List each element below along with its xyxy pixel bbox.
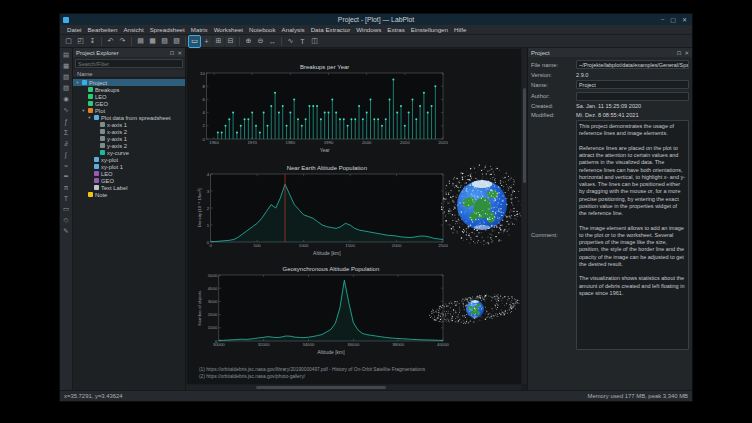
zoom-select-mode-button[interactable]: ⊞ xyxy=(213,36,224,47)
zoom-in-button[interactable]: ⊕ xyxy=(243,36,254,47)
tree-item-geo[interactable]: GEO xyxy=(73,177,185,184)
tree-item-leo[interactable]: LEO xyxy=(73,93,185,100)
prop-value-file-name[interactable]: ~/Projekte/labplot/data/examples/General… xyxy=(576,60,689,69)
menu-worksheet[interactable]: Worksheet xyxy=(211,26,246,33)
smoothing-tool-button[interactable]: ≃ xyxy=(61,171,72,181)
search-input[interactable] xyxy=(75,59,183,68)
open-project-button[interactable]: ◰ xyxy=(75,36,86,47)
tree-item-text-label[interactable]: Text Label xyxy=(73,184,185,191)
maximize-icon[interactable]: ▢ xyxy=(670,16,676,23)
new-worksheet-button[interactable]: ▧ xyxy=(159,36,170,47)
tree-item-y-axis-1[interactable]: y-axis 1 xyxy=(73,135,185,142)
add-text-label-button[interactable]: T xyxy=(297,36,308,47)
vertical-scroll-thumb[interactable] xyxy=(523,88,526,183)
undo-button[interactable]: ↶ xyxy=(105,36,116,47)
tree-item-plot-data-from-spreadsheet[interactable]: ▾Plot data from spreadsheet xyxy=(73,114,185,121)
svg-text:36000: 36000 xyxy=(347,342,360,347)
new-spreadsheet-button[interactable]: ▤ xyxy=(135,36,146,47)
redo-button[interactable]: ↷ xyxy=(117,36,128,47)
menu-hilfe[interactable]: Hilfe xyxy=(451,26,469,33)
tree-item-leo[interactable]: LEO xyxy=(73,170,185,177)
worksheet-canvas[interactable]: 19601970198019902000201020200246810Break… xyxy=(187,49,521,384)
statistics-tool-button[interactable]: Σ xyxy=(61,127,72,137)
close-icon[interactable]: ✕ xyxy=(682,16,687,23)
matrix-tool-button[interactable]: ▦ xyxy=(61,61,72,71)
tree-item-x-axis-2[interactable]: x-axis 2 xyxy=(73,128,185,135)
fit-tool-button[interactable]: π xyxy=(61,182,72,192)
tree-item-note[interactable]: Note xyxy=(73,191,185,198)
expander-icon[interactable]: ▾ xyxy=(75,79,80,86)
memory-usage-text: Memory used 177 MB, peak 3,340 MB xyxy=(587,393,688,399)
float-dock-icon[interactable]: ⊡ xyxy=(170,50,175,56)
new-notebook-button[interactable]: ▨ xyxy=(171,36,182,47)
properties-dock-title: Project xyxy=(531,50,550,56)
select-mode-button[interactable]: ▭ xyxy=(189,36,200,47)
menu-spreadsheet[interactable]: Spreadsheet xyxy=(147,26,188,33)
shape-tool-button[interactable]: ◇ xyxy=(61,215,72,225)
text-label-tool-button[interactable]: T xyxy=(61,193,72,203)
tree-column-header[interactable]: Name xyxy=(73,70,185,78)
prop-value-name[interactable]: Project xyxy=(576,80,689,89)
menu-matrix[interactable]: Matrix xyxy=(188,26,211,33)
prop-value-author[interactable] xyxy=(576,92,689,101)
curve-tool-button[interactable]: ∿ xyxy=(61,105,72,115)
tree-item-x-axis-1[interactable]: x-axis 1 xyxy=(73,121,185,128)
tree-item-geo[interactable]: GEO xyxy=(73,100,185,107)
near-earth-altitude-chart[interactable]: 0500100015002000250001234Near Earth Alti… xyxy=(197,162,449,257)
worksheet-tool-button[interactable]: ▧ xyxy=(61,72,72,82)
leo-debris-image[interactable] xyxy=(441,161,521,249)
properties-dock-header[interactable]: Project ⊡ ✕ xyxy=(528,48,692,57)
menu-datei[interactable]: Datei xyxy=(64,26,84,33)
plot-tool-button[interactable]: ◉ xyxy=(61,94,72,104)
tree-item-xy-plot-1[interactable]: xy-plot 1 xyxy=(73,163,185,170)
image-tool-button[interactable]: ▭ xyxy=(61,204,72,214)
edit-tool-button[interactable]: ✎ xyxy=(61,226,72,236)
menu-notebook[interactable]: Notebook xyxy=(246,26,279,33)
menu-einstellungen[interactable]: Einstellungen xyxy=(408,26,451,33)
notebook-tool-button[interactable]: ▨ xyxy=(61,83,72,93)
zoom-out-button[interactable]: ⊖ xyxy=(255,36,266,47)
integration-tool-button[interactable]: ∫ xyxy=(61,149,72,159)
crosshair-mode-button[interactable]: + xyxy=(201,36,212,47)
horizontal-scroll-thumb[interactable] xyxy=(256,386,386,389)
worksheet-horizontal-scrollbar[interactable] xyxy=(186,385,521,390)
save-project-button[interactable]: ↧ xyxy=(87,36,98,47)
tree-item-project[interactable]: ▾Project xyxy=(73,79,185,86)
project-explorer-header[interactable]: Project Explorer ⊡ ✕ xyxy=(73,48,185,57)
tree-item-xy-plot[interactable]: xy-plot xyxy=(73,156,185,163)
expander-icon[interactable]: ▾ xyxy=(81,107,86,114)
tree-item-xy-curve[interactable]: xy-curve xyxy=(73,149,185,156)
tree-item-plot[interactable]: ▾Plot xyxy=(73,107,185,114)
worksheet-vertical-scrollbar[interactable] xyxy=(522,48,527,384)
minimize-icon[interactable]: – xyxy=(661,16,664,23)
citations-text-label[interactable]: (1) https://orbitaldebris.jsc.nasa.gov/l… xyxy=(199,367,425,381)
differentiation-tool-button[interactable]: ∂ xyxy=(61,138,72,148)
breakups-per-year-chart[interactable]: 19601970198019902000201020200246810Break… xyxy=(197,61,449,154)
fit-page-button[interactable]: ↔ xyxy=(267,36,278,47)
close-dock-icon[interactable]: ✕ xyxy=(177,50,182,56)
geosynchronous-altitude-chart[interactable]: 3000032000340003600038000400000100020003… xyxy=(197,263,449,356)
close-dock-icon[interactable]: ✕ xyxy=(684,50,689,56)
geo-debris-image[interactable] xyxy=(427,281,521,337)
add-image-button[interactable]: ◫ xyxy=(309,36,320,47)
expander-icon[interactable]: ▾ xyxy=(87,114,92,121)
titlebar[interactable]: Project - [Plot] — LabPlot – ▢ ✕ xyxy=(60,14,692,25)
zoom-x-select-mode-button[interactable]: ⊟ xyxy=(225,36,236,47)
menu-bearbeiten[interactable]: Bearbeiten xyxy=(84,26,120,33)
menu-analysis[interactable]: Analysis xyxy=(279,26,308,33)
prop-value-comment[interactable]: This project demonstrates the usage of r… xyxy=(576,120,689,350)
menu-ansicht[interactable]: Ansicht xyxy=(120,26,146,33)
float-dock-icon[interactable]: ⊡ xyxy=(677,50,682,56)
tree-item-y-axis-2[interactable]: y-axis 2 xyxy=(73,142,185,149)
menu-extras[interactable]: Extras xyxy=(384,26,408,33)
menu-windows[interactable]: Windows xyxy=(353,26,384,33)
tree-item-breakups[interactable]: Breakups xyxy=(73,86,185,93)
menu-data-extractor[interactable]: Data Extractor xyxy=(308,26,354,33)
spreadsheet-tool-button[interactable]: ▤ xyxy=(61,50,72,60)
new-matrix-button[interactable]: ▦ xyxy=(147,36,158,47)
function-tool-button[interactable]: ƒ xyxy=(61,116,72,126)
plot-icon xyxy=(94,157,99,162)
interpolation-tool-button[interactable]: ≈ xyxy=(61,160,72,170)
add-plot-button[interactable]: ∿ xyxy=(285,36,296,47)
new-project-button[interactable]: ▢ xyxy=(63,36,74,47)
